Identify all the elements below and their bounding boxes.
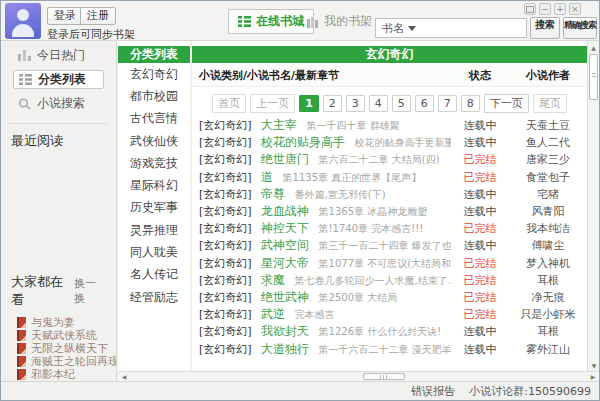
register-button[interactable]: 注册 xyxy=(80,7,116,25)
recommended-book-title: 邪影本纪 xyxy=(31,368,75,381)
error-report-link[interactable]: 错误报告 xyxy=(411,384,455,399)
scroll-up-icon[interactable]: ▲ xyxy=(588,41,599,53)
recommended-book-item[interactable]: 与鬼为妻 xyxy=(1,316,116,329)
search-icon xyxy=(18,98,31,110)
scroll-left-icon[interactable]: ◀ xyxy=(118,372,130,381)
tab-online-bookstore[interactable]: 在线书城 xyxy=(228,9,314,34)
book-title-link[interactable]: 大道独行 xyxy=(261,342,309,356)
category-item[interactable]: 玄幻奇幻 xyxy=(118,63,190,85)
search-type-dropdown[interactable]: 书名 xyxy=(376,19,422,37)
category-item[interactable]: 灵异推理 xyxy=(118,219,190,241)
book-title-link[interactable]: 校花的贴身高手 xyxy=(261,135,345,149)
pagination-page-button[interactable]: 8 xyxy=(461,95,480,112)
pagination-page-button[interactable]: 5 xyxy=(392,95,411,112)
exact-search-button[interactable]: 精确搜索 xyxy=(563,17,597,39)
user-avatar[interactable] xyxy=(5,3,41,39)
search-button[interactable]: 搜索 xyxy=(530,17,560,39)
table-row[interactable]: [玄幻奇幻] 绝世唐门 第六百二十二章 大结局(四) 已完结 唐家三少 xyxy=(192,151,587,168)
book-category: [玄幻奇幻] xyxy=(199,119,252,132)
book-author: 雾外江山 xyxy=(526,343,570,356)
category-item[interactable]: 同人耽美 xyxy=(118,241,190,263)
pagination-page-button[interactable]: 6 xyxy=(415,95,434,112)
table-row[interactable]: [玄幻奇幻] 星河大帝 第1077章 不可思议(大结局和感言) 已完结 梦入神机 xyxy=(192,255,587,272)
status-badge: 连载中 xyxy=(464,343,497,356)
pagination-last-button[interactable]: 尾页 xyxy=(533,94,567,113)
vertical-scrollbar[interactable]: ▲ ▼ xyxy=(587,41,599,371)
book-title-link[interactable]: 武逆 xyxy=(261,307,285,321)
pagination-page-button[interactable]: 3 xyxy=(346,95,365,112)
refresh-link[interactable]: 换一换 xyxy=(74,276,106,306)
recommended-book-item[interactable]: 邪影本纪 xyxy=(1,368,116,381)
category-list: 玄幻奇幻 都市校园 古代言情 武侠仙侠 游戏竞技 星际科幻 历史军事 灵异推理 … xyxy=(118,63,190,308)
book-title-link[interactable]: 求魔 xyxy=(261,273,285,287)
close-button[interactable]: × xyxy=(569,3,581,15)
scroll-down-icon[interactable]: ▼ xyxy=(588,359,600,371)
book-title-link[interactable]: 我欲封天 xyxy=(261,324,309,338)
window-controls: − + × xyxy=(524,3,581,15)
recommended-book-item[interactable]: 天赋武侠系统 xyxy=(1,329,116,342)
table-row[interactable]: [玄幻奇幻] 武逆 完本感言 已完结 只是小虾米 xyxy=(192,306,587,323)
horizontal-scrollbar-thumb[interactable] xyxy=(363,373,405,380)
category-item[interactable]: 武侠仙侠 xyxy=(118,130,190,152)
tab-my-bookshelf[interactable]: 我的书架 xyxy=(306,13,372,30)
minimize-button[interactable]: − xyxy=(539,3,551,15)
scroll-right-icon[interactable]: ▶ xyxy=(587,372,599,381)
table-row[interactable]: [玄幻奇幻] 神控天下 第!1740章 完本感言!!! 已完结 我本纯洁 xyxy=(192,220,587,237)
discussion-group-info: 小说讨论群:150590699 xyxy=(469,384,591,399)
table-row[interactable]: [玄幻奇幻] 武神空间 第三千一百二十四章 爆发了也没用,一样吊打 连载中 傅啸… xyxy=(192,237,587,254)
sidebar-item-novel-search[interactable]: 小说搜索 xyxy=(13,94,104,113)
skin-button[interactable] xyxy=(524,3,536,15)
pagination-page-button[interactable]: 2 xyxy=(323,95,342,112)
pagination-first-button[interactable]: 首页 xyxy=(212,94,246,113)
sidebar-item-category-list[interactable]: 分类列表 xyxy=(13,70,104,89)
pagination-page-button[interactable]: 4 xyxy=(369,95,388,112)
recommended-book-item[interactable]: 海贼王之轮回再现 xyxy=(1,355,116,368)
book-title-link[interactable]: 大主宰 xyxy=(261,118,297,132)
tab-online-label: 在线书城 xyxy=(256,13,304,30)
book-title-link[interactable]: 帝尊 xyxy=(261,187,285,201)
status-cell: 已完结 xyxy=(451,290,509,305)
column-status-header: 状态 xyxy=(451,68,509,83)
pagination-page-button[interactable]: 7 xyxy=(438,95,457,112)
login-button[interactable]: 登录 xyxy=(47,7,83,25)
pagination-next-button[interactable]: 下一页 xyxy=(484,94,529,113)
table-row[interactable]: [玄幻奇幻] 大主宰 第一千四十章 群雄聚 连载中 天蚕土豆 xyxy=(192,117,587,134)
vertical-scrollbar-thumb[interactable] xyxy=(589,54,598,100)
maximize-button[interactable]: + xyxy=(554,3,566,15)
author-cell: 只是小虾米 xyxy=(509,307,587,322)
chevron-down-icon xyxy=(408,26,416,31)
status-badge: 已完结 xyxy=(464,274,497,287)
pagination-page-button[interactable]: 1 xyxy=(299,95,319,112)
category-item[interactable]: 都市校园 xyxy=(118,85,190,107)
table-row[interactable]: [玄幻奇幻] 龙血战神 第1365章 冰晶神龙雕塑 连载中 风青阳 xyxy=(192,203,587,220)
book-cell: [玄幻奇幻] 武神空间 第三千一百二十四章 爆发了也没用,一样吊打 xyxy=(192,237,451,254)
pagination-prev-button[interactable]: 上一页 xyxy=(250,94,295,113)
table-row[interactable]: [玄幻奇幻] 求魔 第七卷几多轮回少一人求魔,结束了……3月1号,我们再见! 已… xyxy=(192,272,587,289)
book-title-link[interactable]: 龙血战神 xyxy=(261,204,309,218)
status-cell: 连载中 xyxy=(451,324,509,339)
table-row[interactable]: [玄幻奇幻] 校花的贴身高手 校花的贴身高手更新重要通告 连载中 鱼人二代 xyxy=(192,134,587,151)
recommended-book-item[interactable]: 无限之纵横天下 xyxy=(1,342,116,355)
category-item[interactable]: 古代言情 xyxy=(118,108,190,130)
table-row[interactable]: [玄幻奇幻] 绝世武神 第2500章 大结局 已完结 净无痕 xyxy=(192,289,587,306)
category-item[interactable]: 历史军事 xyxy=(118,197,190,219)
category-item[interactable]: 星际科幻 xyxy=(118,174,190,196)
table-row[interactable]: [玄幻奇幻] 帝尊 番外篇,宣无邪传(下) 连载中 宅猪 xyxy=(192,186,587,203)
book-title-link[interactable]: 绝世武神 xyxy=(261,290,309,304)
table-row[interactable]: [玄幻奇幻] 大道独行 第一千六百二十二章 漫天肥羊飘飘飞! 连载中 雾外江山 xyxy=(192,340,587,357)
table-row[interactable]: [玄幻奇幻] 道 第1135章 真正的世界【尾声】 已完结 食堂包子 xyxy=(192,169,587,186)
table-row[interactable]: [玄幻奇幻] 我欲封天 第1226章 什么什么封天诀! 连载中 耳根 xyxy=(192,323,587,340)
book-title-link[interactable]: 道 xyxy=(261,170,273,184)
category-item[interactable]: 名人传记 xyxy=(118,264,190,286)
status-cell: 已完结 xyxy=(451,221,509,236)
book-title-link[interactable]: 星河大帝 xyxy=(261,256,309,270)
book-title-link[interactable]: 神控天下 xyxy=(261,221,309,235)
category-item[interactable]: 经管励志 xyxy=(118,286,190,308)
book-author: 梦入神机 xyxy=(526,257,570,270)
horizontal-scrollbar[interactable]: ◀ ▶ xyxy=(118,371,599,381)
search-input[interactable] xyxy=(422,20,526,36)
sidebar-item-hot-today[interactable]: 今日热门 xyxy=(13,46,104,65)
book-title-link[interactable]: 武神空间 xyxy=(261,238,309,252)
book-title-link[interactable]: 绝世唐门 xyxy=(261,152,309,166)
category-item[interactable]: 游戏竞技 xyxy=(118,152,190,174)
